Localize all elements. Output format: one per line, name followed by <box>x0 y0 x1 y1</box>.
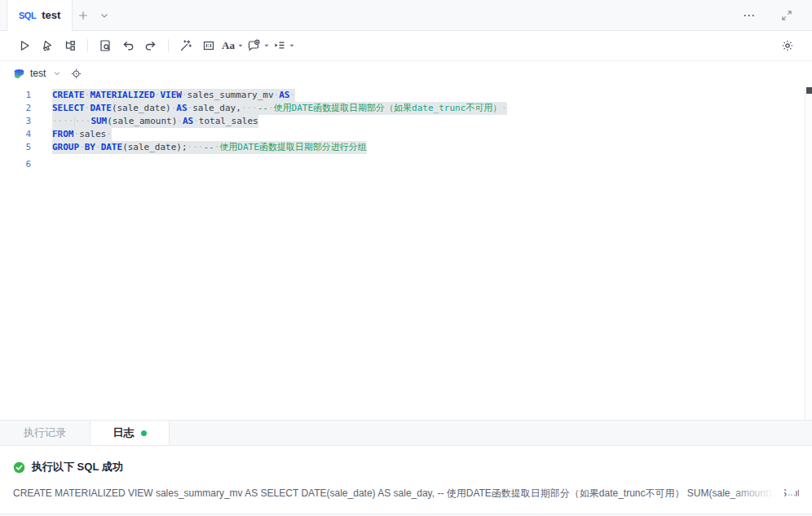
database-console-icon <box>13 68 25 80</box>
activity-dot-icon <box>141 430 147 436</box>
token-cmk: date_trunc <box>412 103 466 113</box>
token-ws: · <box>177 116 183 126</box>
connection-bar: test <box>0 61 812 86</box>
line-number: 5 <box>0 141 33 154</box>
token-ws: · <box>79 142 85 152</box>
token-ws: ··· <box>75 116 91 126</box>
toolbar-separator <box>168 39 169 52</box>
token-ws: ··· <box>241 103 258 113</box>
line-number: 1 <box>0 89 33 102</box>
token-cmk: DATE <box>237 142 259 152</box>
token-cm: 不可用） <box>466 103 501 113</box>
cursor-play-icon <box>41 39 54 52</box>
line-number: 6 <box>0 158 33 171</box>
token-kw: AS <box>183 116 193 126</box>
log-sql-text: CREATE MATERIALIZED VIEW sales_summary_m… <box>13 487 799 499</box>
token-kw: VIEW <box>160 90 182 100</box>
token-id: sale_day, <box>192 103 241 113</box>
editor-vertical-scrollbar[interactable] <box>805 86 812 420</box>
token-ws: ··· <box>188 142 204 152</box>
line-text: ·······SUM(sale_amount)·AS·total_sales <box>52 115 258 128</box>
scrollbar-thumb[interactable] <box>806 87 812 94</box>
token-kw: DATE <box>90 103 112 113</box>
comment-button[interactable] <box>245 35 271 56</box>
token-kw: MATERIALIZED <box>90 90 154 100</box>
tab-list-dropdown[interactable] <box>94 5 115 26</box>
toolbar-separator <box>87 39 88 52</box>
line-number: 4 <box>0 128 33 141</box>
token-id: (sale_amount) <box>107 116 177 126</box>
code-line[interactable]: 3·······SUM(sale_amount)·AS·total_sales <box>0 115 812 128</box>
token-ws: ···· <box>52 116 74 126</box>
chevron-down-icon <box>263 42 270 49</box>
run-button[interactable] <box>13 35 36 56</box>
token-ws: · <box>289 90 295 100</box>
code-line[interactable]: 5GROUP·BY·DATE(sale_date);···--·使用DATE函数… <box>0 141 812 154</box>
line-text: SELECT·DATE(sale_date)·AS·sale_day,···--… <box>52 102 507 115</box>
expand-icon <box>781 10 792 21</box>
token-ws: · <box>106 129 112 139</box>
magic-wand-icon <box>179 39 192 52</box>
token-cm: 函数提取日期部分（如果 <box>313 103 412 113</box>
token-ws: · <box>182 90 188 100</box>
redo-button[interactable] <box>139 35 162 56</box>
locate-button[interactable] <box>68 66 83 81</box>
code-line[interactable]: 6 <box>0 154 812 167</box>
line-number: 3 <box>0 115 33 128</box>
token-kw: GROUP <box>52 142 79 152</box>
line-text: GROUP·BY·DATE(sale_date);···--·使用DATE函数提… <box>52 141 367 154</box>
compare-button[interactable] <box>197 35 220 56</box>
execution-plan-button[interactable] <box>59 35 82 56</box>
token-ws: · <box>193 116 199 126</box>
code-lines: 1CREATE·MATERIALIZED·VIEW·sales_summary_… <box>0 86 812 167</box>
code-line[interactable]: 1CREATE·MATERIALIZED·VIEW·sales_summary_… <box>0 89 812 102</box>
document-search-icon <box>99 39 112 52</box>
code-line[interactable]: 2SELECT·DATE(sale_date)·AS·sale_day,···-… <box>0 102 812 115</box>
token-cm: 使用 <box>274 103 292 113</box>
frame-columns-icon <box>202 39 215 52</box>
chevron-down-icon <box>237 42 244 49</box>
undo-icon <box>121 39 135 52</box>
token-ws: · <box>268 103 274 113</box>
add-tab-button[interactable] <box>73 5 94 26</box>
editor-toolbar: Aa <box>0 31 812 61</box>
token-id: sales_summary_mv <box>188 90 274 100</box>
sql-preview-button[interactable] <box>94 35 117 56</box>
sql-editor[interactable]: 1CREATE·MATERIALIZED·VIEW·sales_summary_… <box>0 86 812 420</box>
indent-button[interactable] <box>271 35 297 56</box>
token-cmk: DATE <box>292 103 314 113</box>
token-id: (sale_date) <box>112 103 171 113</box>
tree-plan-icon <box>64 39 77 52</box>
success-check-icon <box>13 461 25 474</box>
log-sql-row: CREATE MATERIALIZED VIEW sales_summary_m… <box>13 487 799 501</box>
plus-icon <box>77 10 89 21</box>
connection-name: test <box>30 68 46 79</box>
connection-dropdown[interactable] <box>51 67 64 80</box>
line-number: 2 <box>0 102 33 115</box>
more-options-button[interactable]: ⋯ <box>739 5 760 26</box>
token-cm: 使用 <box>219 142 237 152</box>
maximize-button[interactable] <box>776 5 797 26</box>
token-id: sales <box>79 129 106 139</box>
case-convert-button[interactable]: Aa <box>220 35 245 56</box>
tab-log[interactable]: 日志 <box>90 421 170 445</box>
chevron-down-icon <box>289 42 295 49</box>
code-line[interactable]: 4FROM·sales· <box>0 128 812 141</box>
token-cm: -- <box>258 103 268 113</box>
result-tabbar: 执行记录 日志 <box>0 420 812 446</box>
token-kw: AS <box>279 90 289 100</box>
settings-button[interactable] <box>776 35 799 56</box>
ellipsis-icon: ⋯ <box>743 11 756 20</box>
tab-test[interactable]: SQL test <box>7 0 73 31</box>
log-panel: 执行以下 SQL 成功 CREATE MATERIALIZED VIEW sal… <box>0 446 812 515</box>
status-message: 执行以下 SQL 成功 <box>32 460 123 474</box>
status-row: 执行以下 SQL 成功 <box>13 460 799 474</box>
indent-icon <box>273 39 286 52</box>
comment-plus-icon <box>247 39 261 52</box>
case-aa-icon: Aa <box>222 39 235 52</box>
format-sql-button[interactable] <box>174 35 197 56</box>
tab-execution-history[interactable]: 执行记录 <box>0 421 90 445</box>
line-text: FROM·sales· <box>52 128 112 141</box>
run-at-cursor-button[interactable] <box>36 35 59 56</box>
undo-button[interactable] <box>117 35 139 56</box>
